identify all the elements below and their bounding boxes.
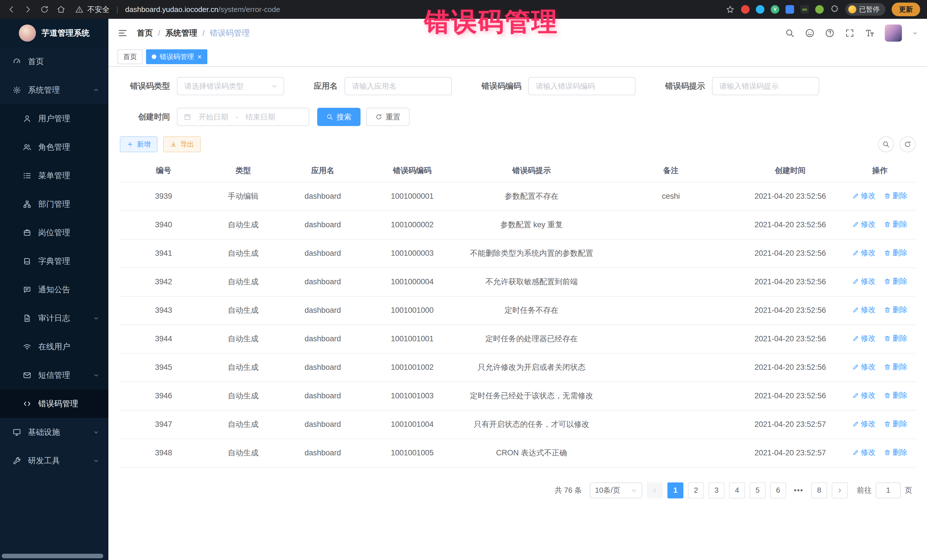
- extension-on-icon[interactable]: on: [800, 5, 809, 14]
- sidebar-item-menu[interactable]: 菜单管理: [0, 161, 108, 190]
- edit-link[interactable]: 修改: [852, 190, 876, 201]
- extension-grid-icon[interactable]: [786, 5, 794, 14]
- sidebar-item-dict[interactable]: 字典管理: [0, 247, 108, 275]
- bookmark-star-icon[interactable]: [726, 5, 735, 14]
- search-button[interactable]: 搜索: [317, 108, 360, 126]
- hamburger-icon[interactable]: [117, 28, 128, 38]
- edit-link[interactable]: 修改: [852, 361, 876, 372]
- profile-paused-badge[interactable]: 已暂停: [845, 3, 885, 16]
- edit-link[interactable]: 修改: [852, 276, 876, 287]
- delete-link[interactable]: 删除: [884, 390, 907, 401]
- page-button[interactable]: 3: [708, 483, 725, 498]
- refresh-icon: [375, 114, 382, 120]
- chrome-update-button[interactable]: 更新: [892, 3, 920, 16]
- delete-link[interactable]: 删除: [884, 361, 907, 372]
- address-bar[interactable]: 不安全 | dashboard.yudao.iocoder.cn/system/…: [75, 5, 280, 15]
- create-time-range-picker[interactable]: 开始日期 - 结束日期: [177, 108, 309, 126]
- goto-page-input[interactable]: [876, 483, 901, 498]
- sidebar-item-dept[interactable]: 部门管理: [0, 190, 108, 219]
- toggle-search-button[interactable]: [878, 136, 894, 152]
- breadcrumb-item[interactable]: 系统管理 /: [166, 28, 210, 38]
- cell-app: dashboard: [305, 334, 341, 343]
- app-logo[interactable]: 芋道管理系统: [0, 19, 108, 47]
- tab-close-icon[interactable]: ×: [198, 53, 202, 61]
- home-icon[interactable]: [56, 5, 65, 14]
- forward-icon[interactable]: [23, 5, 32, 14]
- page-button[interactable]: 8: [811, 483, 827, 498]
- delete-link[interactable]: 删除: [884, 247, 907, 258]
- fullscreen-icon[interactable]: [845, 28, 854, 38]
- page-size-select[interactable]: 10条/页: [590, 483, 642, 498]
- edit-link[interactable]: 修改: [852, 247, 876, 258]
- sidebar-item-label: 首页: [28, 56, 99, 67]
- sidebar-item-post[interactable]: 岗位管理: [0, 219, 108, 247]
- delete-link[interactable]: 删除: [884, 305, 907, 316]
- github-icon[interactable]: [805, 28, 815, 38]
- back-icon[interactable]: [7, 5, 16, 14]
- page-button[interactable]: 6: [770, 483, 786, 498]
- delete-link[interactable]: 删除: [884, 190, 907, 201]
- edit-link[interactable]: 修改: [852, 305, 876, 316]
- sidebar-item-system[interactable]: 系统管理: [0, 76, 108, 104]
- sidebar-item-notice[interactable]: 通知公告: [0, 275, 108, 304]
- sidebar-item-label: 审计日志: [38, 313, 93, 323]
- export-button[interactable]: 导出: [163, 136, 201, 152]
- page-button[interactable]: 2: [688, 483, 704, 498]
- sidebar-item-home[interactable]: 首页: [0, 47, 108, 76]
- security-warning-icon[interactable]: [75, 5, 83, 14]
- reset-button[interactable]: 重置: [366, 108, 410, 126]
- edit-link[interactable]: 修改: [852, 219, 876, 230]
- sidebar-item-infra[interactable]: 基础设施: [0, 418, 108, 446]
- font-size-icon[interactable]: [865, 28, 874, 38]
- prev-page-button[interactable]: [647, 483, 663, 498]
- user-avatar[interactable]: [885, 24, 902, 42]
- sidebar-item-role[interactable]: 角色管理: [0, 133, 108, 161]
- delete-link[interactable]: 删除: [884, 333, 907, 344]
- add-button[interactable]: 新增: [120, 136, 158, 152]
- page-button[interactable]: 5: [749, 483, 766, 498]
- sidebar-item-sms[interactable]: 短信管理: [0, 361, 108, 390]
- delete-link[interactable]: 删除: [884, 276, 907, 287]
- error-code-input[interactable]: [528, 77, 635, 95]
- delete-link[interactable]: 删除: [884, 419, 907, 429]
- error-type-select[interactable]: 请选择错误码类型: [177, 77, 284, 95]
- sidebar-item-devtools[interactable]: 研发工具: [0, 446, 108, 475]
- reload-icon[interactable]: [40, 5, 49, 14]
- next-page-button[interactable]: [832, 483, 848, 498]
- sidebar-item-audit-log[interactable]: 审计日志: [0, 304, 108, 332]
- edit-link[interactable]: 修改: [852, 333, 876, 344]
- page-button[interactable]: 4: [729, 483, 745, 498]
- error-message-input[interactable]: [712, 77, 819, 95]
- sidebar-scrollbar[interactable]: [2, 554, 103, 558]
- create-time-label: 创建时间: [120, 111, 170, 122]
- chevron-down-icon[interactable]: [912, 30, 918, 36]
- refresh-table-button[interactable]: [900, 136, 916, 152]
- page-button[interactable]: 1: [667, 483, 684, 498]
- edit-link[interactable]: 修改: [852, 419, 876, 429]
- extension-red-icon[interactable]: [741, 5, 749, 14]
- edit-link[interactable]: 修改: [852, 447, 876, 458]
- sidebar-item-online-user[interactable]: 在线用户: [0, 332, 108, 361]
- breadcrumb-item[interactable]: 错误码管理 /: [210, 28, 250, 38]
- breadcrumb-item[interactable]: 首页 /: [137, 28, 166, 38]
- extensions-puzzle-icon[interactable]: [830, 5, 839, 14]
- tab-error-code[interactable]: 错误码管理 ×: [146, 49, 207, 64]
- date-start-placeholder: 开始日期: [199, 112, 228, 122]
- sidebar-item-error-code[interactable]: 错误码管理: [0, 390, 108, 418]
- extension-teal-icon[interactable]: [756, 5, 764, 14]
- table-row: 3939 手动编辑 dashboard 1001000001 参数配置不存在 c…: [120, 182, 916, 211]
- help-icon[interactable]: [825, 28, 834, 38]
- search-icon[interactable]: [785, 28, 795, 38]
- date-end-placeholder: 结束日期: [246, 112, 275, 122]
- sidebar-item-user[interactable]: 用户管理: [0, 104, 108, 133]
- cell-code: 1001000004: [391, 276, 433, 288]
- vue-devtools-icon[interactable]: V: [771, 5, 779, 14]
- edit-link[interactable]: 修改: [852, 390, 876, 401]
- delete-link[interactable]: 删除: [884, 219, 907, 230]
- tab-home[interactable]: 首页 ×: [117, 49, 143, 64]
- delete-link[interactable]: 删除: [884, 447, 907, 458]
- page-button[interactable]: •••: [791, 483, 807, 498]
- extension-green-icon[interactable]: [815, 5, 824, 14]
- app-name-input[interactable]: [345, 77, 452, 95]
- cell-code: 1001001003: [391, 392, 433, 400]
